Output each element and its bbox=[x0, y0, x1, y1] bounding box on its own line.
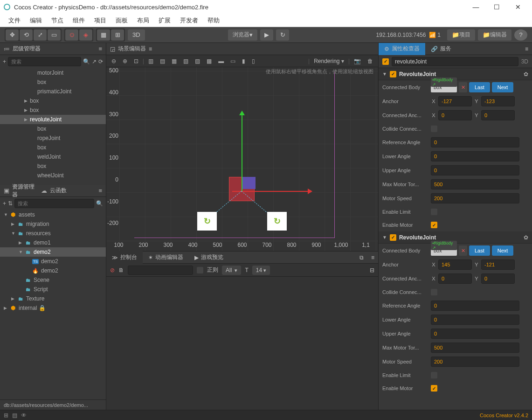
zoom-out-icon[interactable]: ⊖ bbox=[109, 56, 118, 66]
clear-icon[interactable]: ⊘ bbox=[110, 267, 115, 273]
cloud-title[interactable]: 云函数 bbox=[50, 187, 67, 195]
zoom-fit-icon[interactable]: ⊡ bbox=[131, 56, 141, 66]
menu-panel[interactable]: 面板 bbox=[111, 14, 132, 27]
clear-ref-button[interactable]: ✕ bbox=[459, 245, 467, 256]
hierarchy-node[interactable]: ▶box bbox=[0, 96, 106, 105]
last-button[interactable]: Last bbox=[469, 82, 490, 92]
anchor-x-input[interactable] bbox=[438, 96, 472, 106]
gear-icon[interactable]: ✿ bbox=[524, 234, 528, 241]
light-icon[interactable]: 🗑 bbox=[365, 56, 375, 66]
tab-preview[interactable]: ▶游戏预览 bbox=[189, 251, 229, 264]
search-icon[interactable]: 🔍 bbox=[96, 200, 103, 207]
tab-inspector[interactable]: ⚙属性检查器 bbox=[379, 43, 425, 55]
refresh-button[interactable]: ↻ bbox=[276, 29, 289, 41]
maximize-button[interactable]: ☐ bbox=[486, 0, 507, 14]
scale-tool-icon[interactable]: ⤢ bbox=[34, 29, 47, 41]
preview-browser-dropdown[interactable]: 浏览器 ▾ bbox=[228, 29, 257, 41]
tab-console[interactable]: ≫控制台 bbox=[106, 251, 143, 264]
hierarchy-node[interactable]: box bbox=[0, 161, 106, 171]
menu-help[interactable]: 帮助 bbox=[203, 14, 224, 27]
console-settings-icon[interactable]: ⊟ bbox=[370, 267, 374, 273]
collapse-icon[interactable]: ↗ bbox=[92, 58, 97, 65]
max-torque-input[interactable] bbox=[431, 343, 519, 353]
enable-limit-checkbox[interactable] bbox=[431, 209, 437, 215]
align-icon[interactable]: ▦ bbox=[169, 56, 179, 66]
clear-ref-button[interactable]: ✕ bbox=[459, 82, 467, 92]
play-button[interactable]: ▶ bbox=[260, 29, 273, 41]
hierarchy-node[interactable]: box bbox=[0, 143, 106, 152]
scene-canvas[interactable]: 使用鼠标右键平移视角焦点，使用滚轮缩放视图 ↻ ↻ 50040030020010… bbox=[106, 67, 378, 251]
align-icon[interactable]: ▩ bbox=[204, 56, 214, 66]
ref-angle-input[interactable] bbox=[431, 301, 519, 311]
asset-node[interactable]: ▶⬢internal 🔒 bbox=[0, 303, 106, 313]
fontsize-dropdown[interactable]: 14 ▾ bbox=[252, 266, 270, 275]
close-button[interactable]: ✕ bbox=[507, 0, 528, 14]
sort-icon[interactable]: ⇅ bbox=[8, 200, 13, 207]
panel-menu-icon[interactable]: ≡ bbox=[98, 187, 102, 194]
align-icon[interactable]: ▯ bbox=[249, 56, 257, 66]
rect-tool-icon[interactable]: ▭ bbox=[48, 29, 61, 41]
align-icon[interactable]: ▥ bbox=[146, 56, 156, 66]
x-axis-gizmo[interactable] bbox=[232, 191, 311, 192]
asset-node[interactable]: ▼🖿resources bbox=[0, 229, 106, 238]
motor-speed-input[interactable] bbox=[431, 193, 519, 203]
status-icon[interactable]: ▤ bbox=[12, 412, 17, 419]
conn-anchor-x-input[interactable] bbox=[438, 110, 472, 120]
search-icon[interactable]: 🔍 bbox=[83, 58, 90, 65]
regex-checkbox[interactable] bbox=[197, 267, 203, 273]
motor-speed-input[interactable] bbox=[431, 357, 519, 367]
world-tool-icon[interactable]: ⊞ bbox=[111, 29, 124, 41]
assets-search-input[interactable] bbox=[14, 199, 94, 208]
align-icon[interactable]: ▬ bbox=[216, 56, 226, 66]
menu-developer[interactable]: 开发者 bbox=[175, 14, 203, 27]
camera-icon[interactable]: 📷 bbox=[352, 56, 363, 66]
anchor-y-input[interactable] bbox=[481, 96, 515, 106]
conn-anchor-x-input[interactable] bbox=[438, 273, 472, 284]
menu-file[interactable]: 文件 bbox=[4, 14, 25, 27]
collide-checkbox[interactable] bbox=[431, 289, 437, 295]
menu-component[interactable]: 组件 bbox=[68, 14, 90, 27]
upper-angle-input[interactable] bbox=[431, 165, 519, 175]
asset-node[interactable]: ▶🖿Texture bbox=[0, 294, 106, 303]
enable-motor-checkbox[interactable]: ✓ bbox=[431, 222, 437, 228]
panel-menu-icon[interactable]: ≡ bbox=[149, 46, 152, 52]
menu-extension[interactable]: 扩展 bbox=[154, 14, 175, 27]
tab-service[interactable]: 🔗服务 bbox=[425, 43, 457, 55]
add-asset-icon[interactable]: + bbox=[3, 200, 6, 207]
node-name-input[interactable] bbox=[392, 57, 518, 66]
menu-node[interactable]: 节点 bbox=[47, 14, 68, 27]
max-torque-input[interactable] bbox=[431, 179, 519, 189]
rotate-tool-icon[interactable]: ⟲ bbox=[20, 29, 33, 41]
y-axis-gizmo[interactable] bbox=[242, 112, 242, 191]
hierarchy-search-input[interactable] bbox=[8, 57, 81, 66]
component-active-checkbox[interactable]: ✓ bbox=[390, 234, 396, 241]
panel-menu-icon[interactable]: ≡ bbox=[521, 46, 532, 52]
status-icon[interactable]: ⊞ bbox=[4, 412, 8, 419]
align-icon[interactable]: ▮ bbox=[240, 56, 248, 66]
mode-3d-button[interactable]: 3D bbox=[128, 29, 145, 41]
next-button[interactable]: Next bbox=[492, 82, 514, 92]
upper-angle-input[interactable] bbox=[431, 329, 519, 339]
hierarchy-node[interactable]: box bbox=[0, 124, 106, 133]
move-tool-icon[interactable]: ✥ bbox=[6, 29, 19, 41]
zoom-in-icon[interactable]: ⊕ bbox=[120, 56, 130, 66]
lower-angle-input[interactable] bbox=[431, 151, 519, 161]
hierarchy-node[interactable]: box bbox=[0, 77, 106, 87]
next-button[interactable]: Next bbox=[492, 245, 514, 256]
collide-checkbox[interactable] bbox=[431, 126, 437, 132]
minimize-button[interactable]: — bbox=[465, 0, 486, 14]
open-editor-button[interactable]: 📁 编辑器 bbox=[478, 29, 511, 41]
hierarchy-node[interactable]: weldJoint bbox=[0, 152, 106, 161]
anchor-y-input[interactable] bbox=[481, 259, 515, 270]
pivot-tool-icon[interactable]: ◈ bbox=[79, 29, 92, 41]
help-icon[interactable]: ? bbox=[514, 29, 527, 41]
rendering-dropdown[interactable]: Rendering ▾ bbox=[311, 56, 346, 66]
asset-node[interactable]: ▶🖿demo1 bbox=[0, 238, 106, 247]
align-icon[interactable]: ▨ bbox=[193, 56, 202, 66]
hierarchy-node[interactable]: motorJoint bbox=[0, 68, 106, 77]
joint-anchor-left[interactable]: ↻ bbox=[197, 212, 217, 231]
asset-node[interactable]: TSdemo2 bbox=[0, 257, 106, 266]
ref-angle-input[interactable] bbox=[431, 137, 519, 147]
enable-limit-checkbox[interactable] bbox=[431, 372, 437, 378]
file-icon[interactable]: 🗎 bbox=[118, 267, 124, 273]
